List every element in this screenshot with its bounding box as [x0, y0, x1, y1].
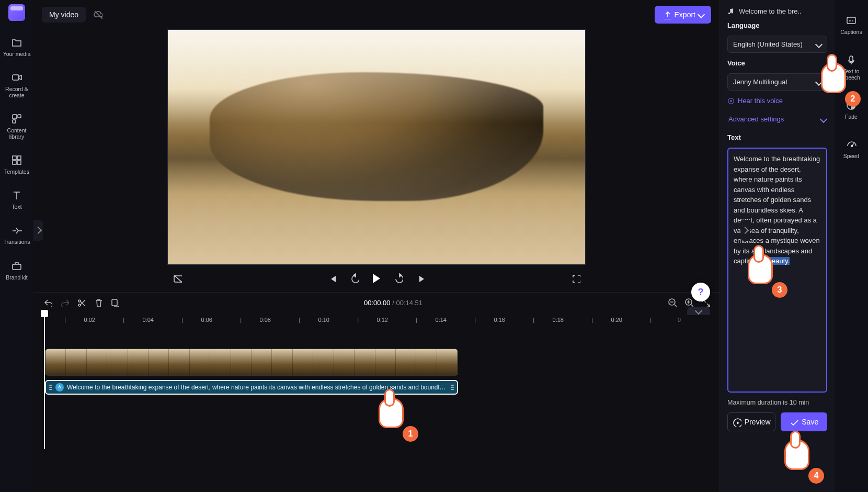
svg-rect-1: [13, 115, 17, 119]
tts-panel: Welcome to the bre.. Language English (U…: [719, 0, 835, 492]
svg-rect-6: [13, 161, 16, 164]
video-canvas[interactable]: [167, 29, 586, 265]
timeline-clip-video[interactable]: [45, 349, 458, 376]
rail-label: Record & create: [1, 86, 32, 98]
rail-your-media[interactable]: Your media: [1, 37, 32, 57]
svg-rect-4: [13, 156, 16, 160]
rail-record-create[interactable]: Record & create: [1, 72, 32, 98]
timeline-clip-tts[interactable]: Welcome to the breathtaking expanse of t…: [45, 380, 458, 395]
fullscreen-icon[interactable]: [571, 273, 580, 284]
project-title-input[interactable]: My video: [42, 7, 86, 23]
skip-end-icon[interactable]: [417, 273, 426, 284]
time-readout: 00:00.00 / 00:14.51: [364, 299, 422, 307]
preview-area: 16:9 ?: [33, 29, 719, 292]
svg-rect-2: [18, 115, 21, 118]
tts-voice-icon: [55, 383, 64, 392]
folder-icon: [11, 37, 22, 48]
rail-label: Transitions: [4, 239, 30, 245]
voice-value: Jenny Multilingual: [733, 78, 787, 86]
rail-content-library[interactable]: Content library: [1, 113, 32, 140]
advanced-settings-toggle[interactable]: Advanced settings: [727, 111, 827, 127]
rail-label: Content library: [1, 127, 32, 140]
export-button[interactable]: Export: [655, 6, 711, 24]
text-label: Text: [727, 133, 827, 141]
forward-icon[interactable]: [394, 273, 403, 284]
svg-point-10: [78, 300, 81, 302]
check-icon: [789, 417, 798, 427]
svg-rect-5: [17, 156, 21, 160]
rail-brand-kit[interactable]: Brand kit: [1, 260, 32, 281]
svg-point-19: [851, 146, 853, 147]
svg-rect-0: [13, 75, 19, 80]
speed-icon: [846, 139, 857, 150]
rail-label: Brand kit: [6, 274, 27, 281]
right-panel-collapse[interactable]: [740, 220, 750, 241]
transitions-icon: [11, 225, 22, 236]
rail-transitions[interactable]: Transitions: [1, 225, 32, 245]
rail-text[interactable]: Text: [1, 189, 32, 210]
rail-label: Text: [12, 204, 21, 210]
help-button[interactable]: ?: [691, 283, 710, 301]
app-logo: [8, 4, 25, 21]
upload-icon: [662, 10, 671, 19]
rail-speed[interactable]: Speed: [836, 139, 867, 159]
svg-rect-3: [13, 120, 16, 123]
briefcase-icon: [11, 260, 22, 272]
hear-voice-link[interactable]: Hear this voice: [727, 97, 827, 105]
voice-dropdown[interactable]: Jenny Multilingual: [727, 73, 827, 91]
clip-right-handle[interactable]: [451, 385, 454, 390]
tts-text-input[interactable]: Welcome to the breathtaking expanse of t…: [727, 148, 827, 393]
top-bar: My video Export: [33, 0, 719, 29]
chevron-down-icon: [815, 40, 823, 48]
voice-label: Voice: [727, 59, 827, 67]
library-icon: [11, 113, 22, 125]
captions-icon: [846, 15, 857, 26]
rail-captions[interactable]: Captions: [836, 15, 867, 35]
svg-rect-7: [17, 161, 21, 164]
svg-rect-17: [847, 17, 855, 24]
safe-zone-toggle-icon[interactable]: [173, 273, 182, 284]
preview-button[interactable]: Preview: [727, 412, 775, 431]
clip-audio-text: Welcome to the breathtaking expanse of t…: [67, 384, 448, 391]
text-icon: [11, 189, 22, 201]
svg-rect-8: [13, 264, 21, 270]
zoom-out-icon[interactable]: [667, 297, 677, 308]
main-column: My video Export 16:9: [33, 0, 719, 492]
rewind-icon[interactable]: [350, 273, 359, 284]
tts-icon: [846, 54, 857, 65]
duration-hint: Maximum duration is 10 min: [727, 399, 827, 406]
rail-label: Templates: [4, 169, 29, 175]
skip-start-icon[interactable]: [327, 273, 336, 284]
delete-icon[interactable]: [93, 297, 102, 308]
clip-left-handle[interactable]: [49, 385, 52, 390]
music-note-icon: [727, 8, 735, 15]
fade-icon: [846, 99, 857, 111]
cloud-sync-off-icon[interactable]: [93, 9, 102, 20]
templates-icon: [11, 154, 22, 166]
timeline-ruler[interactable]: | 0:02 | 0:04 | 0:06 | 0:08 | 0:10 | 0:1…: [33, 313, 719, 327]
save-button[interactable]: Save: [781, 412, 828, 431]
rail-fade[interactable]: Fade: [836, 99, 867, 120]
duplicate-icon[interactable]: [110, 297, 119, 308]
play-icon: [732, 417, 741, 427]
chevron-down-icon: [698, 11, 705, 18]
tts-panel-title: Welcome to the bre..: [727, 7, 827, 15]
language-dropdown[interactable]: English (United States): [727, 36, 827, 53]
language-label: Language: [727, 21, 827, 29]
rail-text-to-speech[interactable]: Text to speech: [836, 54, 867, 81]
chevron-down-icon: [820, 115, 827, 122]
redo-icon[interactable]: [60, 297, 69, 308]
current-time: 00:00.00: [364, 299, 391, 307]
split-icon[interactable]: [76, 297, 86, 308]
camera-icon: [11, 72, 22, 83]
export-label: Export: [675, 10, 695, 19]
rail-templates[interactable]: Templates: [1, 154, 32, 175]
language-value: English (United States): [733, 40, 803, 48]
undo-icon[interactable]: [43, 297, 52, 308]
rail-label: Your media: [3, 51, 31, 57]
timeline-body[interactable]: Welcome to the breathtaking expanse of t…: [33, 327, 719, 463]
duration: 00:14.51: [396, 299, 422, 307]
play-button[interactable]: [373, 274, 380, 283]
left-rail: Your media Record & create Content libra…: [0, 0, 33, 492]
selected-text: beauty.: [768, 257, 790, 265]
